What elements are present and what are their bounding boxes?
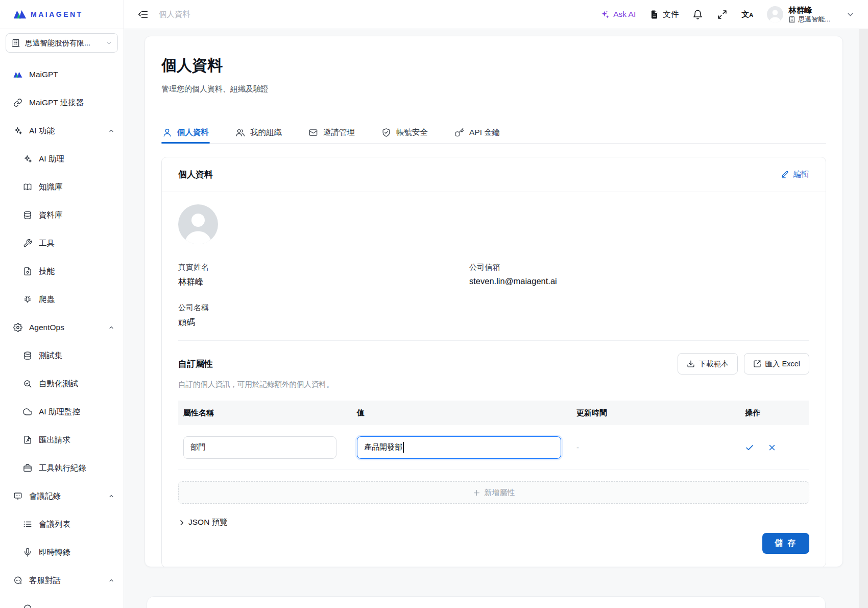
sidebar-item-label: AI 助理監控: [39, 407, 80, 417]
user-org: 思邁智能...: [788, 15, 830, 24]
chevron-up-icon: [108, 577, 114, 583]
profile-section-body: 真實姓名林群峰公司信箱steven.lin@maiagent.ai公司名稱頑碼 …: [162, 192, 826, 567]
sidebar-item-label: 會議記錄: [29, 491, 61, 502]
sidebar-item-工具[interactable]: 工具: [0, 233, 124, 253]
pencil-icon: [781, 170, 789, 179]
document-icon: [649, 10, 659, 19]
chevron-up-icon: [108, 324, 114, 331]
attributes-description: 自訂的個人資訊，可用於記錄額外的個人資料。: [178, 380, 809, 389]
tab-邀請管理[interactable]: 邀請管理: [307, 115, 356, 143]
sidebar-item-label: 資料庫: [39, 210, 63, 221]
fullscreen-icon[interactable]: [717, 9, 728, 20]
import-excel-button[interactable]: 匯入 Excel: [744, 353, 810, 375]
save-button[interactable]: 儲 存: [762, 533, 809, 554]
docs-label: 文件: [663, 9, 679, 20]
sidebar-item-即時轉錄[interactable]: 即時轉錄: [0, 542, 124, 563]
field-value: steven.lin@maiagent.ai: [469, 276, 809, 286]
tab-bar: 個人資料我的組織邀請管理帳號安全API 金鑰: [161, 115, 826, 144]
profile-section-card: 個人資料 編輯 真實姓名林群峰公司信箱steven.lin@maiagent.a…: [161, 157, 826, 567]
tab-帳號安全[interactable]: 帳號安全: [380, 115, 429, 143]
brand-name: MAIAGENT: [31, 10, 83, 18]
search-check-icon: [23, 379, 32, 388]
chevron-right-icon: [178, 519, 185, 526]
field-label: 公司信箱: [469, 263, 809, 272]
file-export-icon: [23, 435, 32, 445]
database-icon: [23, 211, 32, 220]
sidebar-item-AI 助理[interactable]: AI 助理: [0, 149, 124, 169]
org-selector[interactable]: 思邁智能股份有限...: [6, 33, 118, 53]
chat-dots-icon: [13, 576, 22, 585]
sidebar-item-label: 自動化測試: [39, 379, 79, 389]
sidebar-item-label: 工具: [39, 238, 55, 249]
sparkles-icon: [13, 126, 22, 135]
chat-dots-icon: [23, 604, 32, 608]
sidebar-item-MaiGPT[interactable]: MaiGPT: [0, 64, 124, 85]
profile-page-card: 個人資料 管理您的個人資料、組織及驗證 個人資料我的組織邀請管理帳號安全API …: [144, 36, 843, 567]
row-actions-cell: [740, 443, 809, 452]
sidebar-item-技能[interactable]: 技能: [0, 261, 124, 282]
tab-label: API 金鑰: [469, 127, 500, 138]
sidebar-item-label: AI 功能: [29, 126, 55, 136]
plus-icon: [473, 489, 480, 497]
user-avatar: [767, 6, 783, 22]
attribute-value-input[interactable]: 產品開發部: [357, 436, 561, 459]
download-icon: [687, 360, 695, 368]
tab-個人資料[interactable]: 個人資料: [161, 115, 210, 143]
profile-fields: 真實姓名林群峰公司信箱steven.lin@maiagent.ai公司名稱頑碼: [178, 263, 809, 328]
tab-label: 帳號安全: [396, 127, 428, 138]
download-template-button[interactable]: 下載範本: [678, 353, 738, 375]
sidebar-item-匯出請求[interactable]: 匯出請求: [0, 430, 124, 450]
cancel-x-icon[interactable]: [767, 443, 777, 452]
translate-icon[interactable]: 文A: [741, 10, 753, 19]
sidebar-item-AI 功能[interactable]: AI 功能: [0, 121, 124, 141]
sidebar-item-工具執行紀錄[interactable]: 工具執行紀錄: [0, 458, 124, 478]
profile-field: 公司信箱steven.lin@maiagent.ai: [469, 263, 809, 288]
briefcase-icon: [23, 463, 32, 473]
brand-logo[interactable]: MAIAGENT: [0, 0, 124, 29]
sidebar-item-自動化測試[interactable]: 自動化測試: [0, 373, 124, 394]
maiagent-logo-icon: [13, 9, 27, 20]
sidebar-item-AgentOps[interactable]: AgentOps: [0, 317, 124, 338]
microphone-icon: [23, 548, 32, 557]
sidebar-item-爬蟲[interactable]: 爬蟲: [0, 289, 124, 310]
confirm-check-icon[interactable]: [745, 443, 754, 452]
sidebar-item-clipped[interactable]: [0, 598, 124, 608]
notification-bell-icon[interactable]: [692, 9, 703, 20]
sidebar-item-知識庫[interactable]: 知識庫: [0, 177, 124, 197]
chevron-down-icon[interactable]: [846, 10, 855, 19]
chevron-up-icon: [108, 493, 114, 499]
tab-API 金鑰[interactable]: API 金鑰: [453, 115, 501, 143]
sidebar-item-label: 測試集: [39, 350, 63, 361]
sidebar-item-測試集[interactable]: 測試集: [0, 345, 124, 366]
shield-check-icon: [381, 128, 391, 137]
attribute-name-input[interactable]: [183, 436, 336, 459]
column-header: 值: [352, 408, 571, 418]
profile-field: 公司名稱頑碼: [178, 303, 469, 328]
add-attribute-button[interactable]: 新增屬性: [178, 481, 809, 504]
profile-avatar: [178, 204, 218, 244]
profile-field: 真實姓名林群峰: [178, 263, 469, 288]
edit-button[interactable]: 編輯: [781, 169, 809, 180]
sparkle-icon: [600, 10, 610, 19]
content-area: 個人資料 管理您的個人資料、組織及驗證 個人資料我的組織邀請管理帳號安全API …: [124, 29, 868, 608]
collapse-sidebar-icon[interactable]: [137, 9, 149, 20]
sidebar: MAIAGENT 思邁智能股份有限... MaiGPTMaiGPT 連接器AI …: [0, 0, 124, 608]
tab-我的組織[interactable]: 我的組織: [234, 115, 283, 143]
sidebar-item-AI 助理監控[interactable]: AI 助理監控: [0, 402, 124, 422]
user-menu[interactable]: 林群峰 思邁智能...: [767, 5, 830, 24]
sidebar-item-資料庫[interactable]: 資料庫: [0, 205, 124, 225]
sidebar-item-會議列表[interactable]: 會議列表: [0, 514, 124, 534]
docs-button[interactable]: 文件: [649, 9, 679, 20]
table-header-row: 屬性名稱值更新時間操作: [178, 401, 809, 425]
scrollbar[interactable]: [859, 29, 868, 608]
org-selector-label: 思邁智能股份有限...: [25, 38, 101, 48]
sidebar-item-會議記錄[interactable]: 會議記錄: [0, 486, 124, 506]
sidebar-item-客服對話[interactable]: 客服對話: [0, 570, 124, 591]
sidebar-item-label: AI 助理: [39, 154, 64, 165]
json-preview-toggle[interactable]: JSON 預覽: [178, 517, 809, 528]
mail-icon: [308, 128, 318, 137]
sidebar-item-label: 工具執行紀錄: [39, 463, 86, 474]
wrench-icon: [23, 239, 32, 248]
sidebar-item-MaiGPT 連接器[interactable]: MaiGPT 連接器: [0, 92, 124, 113]
ask-ai-button[interactable]: Ask AI: [600, 10, 636, 19]
